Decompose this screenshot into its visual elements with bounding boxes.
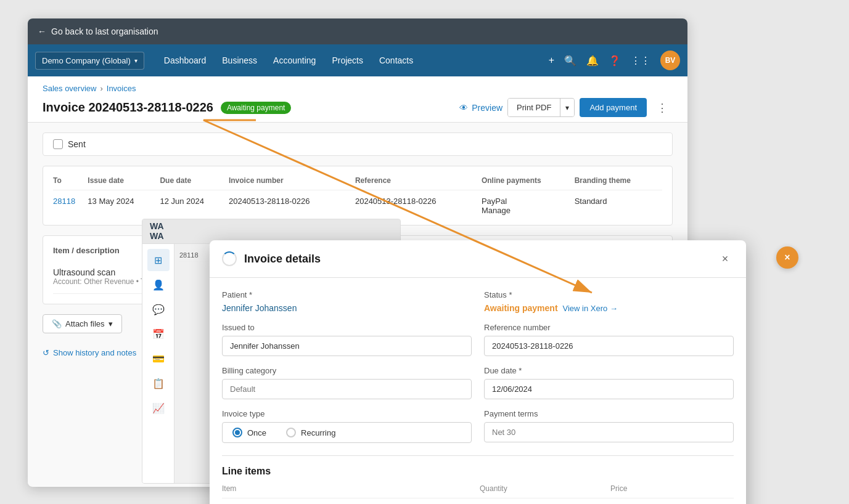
page-header: Sales overview › Invoices Invoice 202405…	[28, 76, 687, 123]
print-pdf-button[interactable]: Print PDF ▾	[507, 98, 575, 117]
nav-accounting[interactable]: Accounting	[266, 51, 323, 70]
go-back-bar[interactable]: ← Go back to last organisation	[28, 18, 687, 44]
branding-theme-value: Standard	[575, 190, 662, 216]
payment-terms-label: Payment terms	[484, 409, 734, 418]
company-chevron-icon: ▾	[134, 57, 137, 64]
add-payment-button[interactable]: Add payment	[580, 98, 647, 117]
radio-once-label: Once	[247, 428, 266, 437]
nav-bar: Demo Company (Global) ▾ Dashboard Busine…	[28, 44, 687, 76]
issued-to-label: Issued to	[222, 323, 472, 332]
breadcrumb-sep: ›	[100, 84, 102, 93]
help-icon[interactable]: ❓	[609, 55, 621, 67]
col-branding-theme: Branding theme	[575, 176, 662, 190]
more-options-button[interactable]: ⋮	[652, 99, 673, 117]
radio-once[interactable]: Once	[223, 423, 276, 442]
grid-icon[interactable]: ⋮⋮	[631, 55, 650, 67]
company-selector[interactable]: Demo Company (Global) ▾	[35, 52, 144, 70]
nav-projects[interactable]: Projects	[324, 51, 371, 70]
print-pdf-label[interactable]: Print PDF	[508, 99, 560, 116]
print-caret-icon[interactable]: ▾	[560, 99, 574, 116]
reference-number-label: Reference number	[484, 323, 734, 332]
issue-date-value: 13 May 2024	[88, 190, 160, 216]
invoice-type-label: Invoice type	[222, 409, 472, 418]
manage-link[interactable]: Manage	[482, 206, 575, 215]
attach-files-button[interactable]: 📎 Attach files ▾	[43, 314, 122, 333]
sidebar-icon-grid[interactable]: ⊞	[147, 249, 170, 271]
modal-title: Invoice details	[244, 253, 709, 266]
avatar[interactable]: BV	[660, 51, 680, 70]
patient-field: Patient * Jennifer Johanssen	[222, 290, 472, 313]
to-value[interactable]: 28118	[53, 190, 88, 216]
due-date-input[interactable]	[484, 379, 734, 399]
patient-label: Patient *	[222, 290, 472, 299]
col-invoice-number: Invoice number	[229, 176, 355, 190]
sent-checkbox[interactable]	[53, 139, 63, 149]
sidebar-icon-card[interactable]: 💳	[147, 348, 170, 370]
company-name: Demo Company (Global)	[42, 56, 131, 65]
plus-icon[interactable]: +	[549, 55, 554, 66]
invoice-type-field: Invoice type Once Recurring	[222, 409, 472, 443]
invoice-type-options: Once Recurring	[222, 422, 472, 443]
sent-label: Sent	[68, 139, 86, 149]
sidebar-icon-chart[interactable]: 📈	[147, 397, 170, 419]
view-xero-link[interactable]: View in Xero →	[563, 304, 618, 313]
col-to: To	[53, 176, 88, 190]
li-row: Ultrasound scan	[222, 498, 734, 504]
reference-value: 20240513-28118-0226	[355, 190, 482, 216]
line-items-header: Item Quantity Price	[222, 484, 734, 498]
item-name: Ultrasound scan	[53, 267, 152, 277]
line-items-section: Line items Item Quantity Price Ultrasoun…	[222, 455, 734, 504]
issued-to-field: Issued to	[222, 323, 472, 356]
payment-terms-input[interactable]	[484, 422, 734, 442]
history-icon: ↺	[43, 348, 49, 357]
invoice-number-value: 20240513-28118-0226	[229, 190, 355, 216]
nav-icons: + 🔍 🔔 ❓ ⋮⋮ BV	[549, 51, 680, 70]
reference-number-input[interactable]	[484, 336, 734, 356]
item-desc-header: Item / description	[53, 246, 120, 255]
billing-category-field: Billing category	[222, 366, 472, 399]
sidebar-icon-person[interactable]: 👤	[147, 274, 170, 296]
status-row: Awaiting payment View in Xero →	[484, 303, 734, 313]
patient-value: Jennifer Johanssen	[222, 303, 472, 313]
modal-right-col: Status * Awaiting payment View in Xero →…	[484, 290, 734, 443]
item-meta: Account: Other Revenue • Tax	[53, 277, 152, 286]
reference-number-field: Reference number	[484, 323, 734, 356]
search-icon[interactable]: 🔍	[564, 55, 576, 67]
bell-icon[interactable]: 🔔	[586, 55, 599, 67]
sidebar-icon-clipboard[interactable]: 📋	[147, 372, 170, 394]
issued-to-input[interactable]	[222, 336, 472, 356]
due-date-value: 12 Jun 2024	[160, 190, 229, 216]
breadcrumb-parent[interactable]: Sales overview	[43, 84, 96, 93]
loading-spinner	[222, 251, 237, 266]
line-items-title: Line items	[222, 466, 734, 477]
billing-category-label: Billing category	[222, 366, 472, 375]
attach-chevron-icon: ▾	[109, 319, 113, 328]
status-value: Awaiting payment	[484, 303, 558, 313]
sidebar-icon-chat[interactable]: 💬	[147, 298, 170, 320]
nav-dashboard[interactable]: Dashboard	[157, 51, 214, 70]
breadcrumb-current[interactable]: Invoices	[107, 84, 136, 93]
invoice-details-modal: Invoice details × Patient * Jennifer Joh…	[210, 240, 746, 504]
sidebar-icon-calendar[interactable]: 📅	[147, 323, 170, 345]
nav-links: Dashboard Business Accounting Projects C…	[157, 51, 546, 70]
col-issue-date: Issue date	[88, 176, 160, 190]
invoice-title-row: Invoice 20240513-28118-0226 Awaiting pay…	[43, 98, 673, 117]
radio-recurring-label: Recurring	[301, 428, 335, 437]
nav-contacts[interactable]: Contacts	[372, 51, 420, 70]
nav-business[interactable]: Business	[215, 51, 265, 70]
header-actions: 👁 Preview Print PDF ▾ Add payment ⋮	[459, 98, 673, 117]
preview-button[interactable]: 👁 Preview	[459, 103, 502, 113]
modal-left-col: Patient * Jennifer Johanssen Issued to B…	[222, 290, 472, 443]
online-payments-value: PayPal Manage	[482, 190, 575, 216]
radio-recurring[interactable]: Recurring	[276, 423, 345, 442]
close-button[interactable]: ×	[776, 246, 798, 269]
status-field: Status * Awaiting payment View in Xero →	[484, 290, 734, 313]
li-item-header: Item	[222, 484, 472, 493]
eye-icon: 👁	[459, 103, 468, 113]
modal-close-button[interactable]: ×	[716, 250, 734, 267]
go-back-label: Go back to last organisation	[51, 26, 158, 36]
status-label: Status *	[484, 290, 734, 299]
bg-panel-sidebar: ⊞ 👤 💬 📅 💳 📋 📈	[142, 244, 174, 483]
paperclip-icon: 📎	[52, 319, 62, 328]
billing-category-input[interactable]	[222, 379, 472, 399]
